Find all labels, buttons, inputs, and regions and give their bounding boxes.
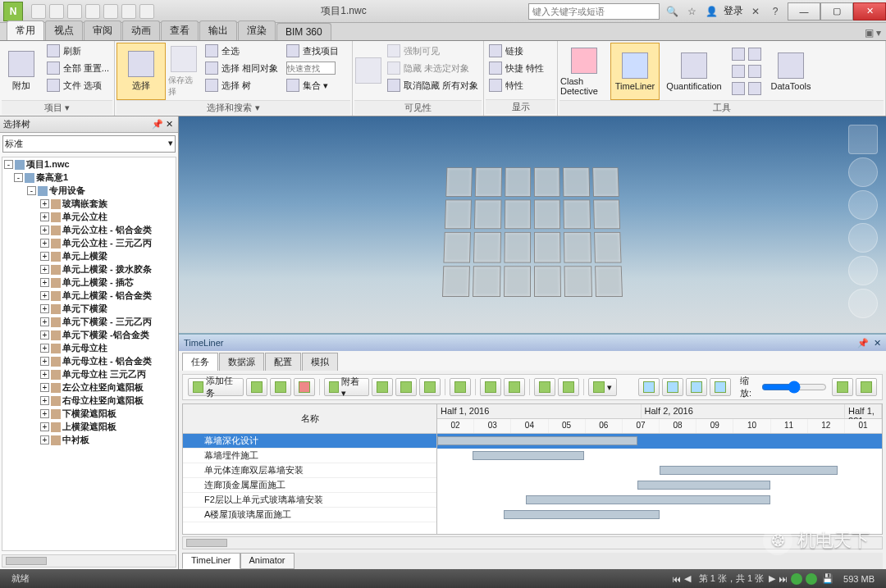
- user-icon[interactable]: 👤: [704, 4, 719, 19]
- select-same-button[interactable]: 选择 相同对象: [202, 60, 281, 76]
- qat-open-icon[interactable]: [49, 4, 64, 19]
- selection-tree-button[interactable]: 选择 树: [202, 77, 281, 93]
- exchange-icon[interactable]: ☆: [684, 4, 699, 19]
- gantt-row[interactable]: [437, 478, 882, 493]
- reset-all-button[interactable]: 全部 重置...: [43, 60, 112, 76]
- tl-btn-8[interactable]: [450, 378, 471, 396]
- ribbon-tab-home[interactable]: 常用: [7, 21, 44, 40]
- unhide-all-button[interactable]: 取消隐藏 所有对象: [384, 77, 482, 93]
- tree-l1[interactable]: -秦高意1: [2, 171, 176, 184]
- tl-export-2[interactable]: [856, 378, 877, 396]
- close-button[interactable]: ✕: [853, 2, 886, 21]
- btab-animator[interactable]: Animator: [240, 553, 295, 569]
- qat-redo-icon[interactable]: [121, 4, 136, 19]
- tree-item[interactable]: +右母立柱竖向遮阳板: [2, 394, 176, 407]
- tl-pin-icon[interactable]: 📌: [857, 338, 869, 349]
- tl-btn-11[interactable]: [534, 378, 555, 396]
- look-icon[interactable]: [848, 289, 878, 318]
- sets-button[interactable]: 集合 ▾: [283, 77, 342, 93]
- tree-item[interactable]: +单元上横梁: [2, 249, 176, 262]
- tl-tab-config[interactable]: 配置: [265, 353, 301, 371]
- zoom-slider[interactable]: [761, 381, 827, 394]
- tl-btn-12[interactable]: [558, 378, 579, 396]
- ribbon-collapse-icon[interactable]: ▣ ▾: [860, 25, 886, 40]
- hide-unselected-button[interactable]: 隐藏 未选定对象: [384, 60, 482, 76]
- tree-item[interactable]: +中衬板: [2, 433, 176, 446]
- gantt-row[interactable]: [437, 463, 882, 478]
- zoom-icon[interactable]: [848, 223, 878, 253]
- 3d-viewport[interactable]: [179, 116, 886, 333]
- ribbon-tab-output[interactable]: 输出: [199, 21, 237, 40]
- tl-tab-tasks[interactable]: 任务: [182, 353, 218, 371]
- task-row[interactable]: F2层以上单元式玻璃幕墙安装: [183, 493, 436, 508]
- nav-prev-icon[interactable]: ◀: [684, 573, 691, 584]
- tl-view-2[interactable]: [662, 378, 683, 396]
- tl-tab-simulate[interactable]: 模拟: [302, 353, 338, 371]
- tl-export-1[interactable]: [832, 378, 853, 396]
- tree-item[interactable]: +玻璃嵌套族: [2, 197, 176, 210]
- tree-item[interactable]: +上横梁遮阳板: [2, 420, 176, 433]
- qat-print-icon[interactable]: [85, 4, 100, 19]
- tree-item[interactable]: +单元下横梁 -铝合金类: [2, 328, 176, 341]
- tl-btn-9[interactable]: [480, 378, 501, 396]
- tree-item[interactable]: +左公立柱竖向遮阳板: [2, 381, 176, 394]
- gantt-row[interactable]: [437, 434, 882, 449]
- ribbon-tab-animation[interactable]: 动画: [122, 21, 160, 40]
- tl-btn-6[interactable]: [395, 378, 417, 396]
- timeliner-button[interactable]: TimeLiner: [610, 43, 660, 100]
- tl-btn-2[interactable]: [270, 378, 291, 396]
- pan-icon[interactable]: [848, 190, 878, 220]
- tree-hscroll[interactable]: [2, 554, 176, 567]
- append-button[interactable]: 附加: [2, 43, 42, 100]
- qat-select-icon[interactable]: [139, 4, 154, 19]
- binoculars-icon[interactable]: 🔍: [664, 4, 679, 19]
- tree-item[interactable]: +单元母立柱: [2, 341, 176, 354]
- tl-view-3[interactable]: [686, 378, 707, 396]
- datatools-button[interactable]: DataTools: [766, 43, 815, 100]
- tl-view-4[interactable]: [710, 378, 731, 396]
- qat-undo-icon[interactable]: [103, 4, 118, 19]
- tl-btn-1[interactable]: [246, 378, 267, 396]
- nav-next-icon[interactable]: ▶: [769, 573, 775, 584]
- tl-btn-7[interactable]: [419, 378, 441, 396]
- tool-small-2[interactable]: [728, 63, 765, 80]
- ribbon-tab-viewpoint[interactable]: 视点: [45, 21, 83, 40]
- hide-button[interactable]: [354, 43, 382, 100]
- nav-last-icon[interactable]: ⏭: [779, 574, 788, 584]
- tree-pin-icon[interactable]: 📌: [152, 119, 163, 130]
- tree-l2[interactable]: -专用设备: [2, 184, 176, 197]
- quick-props-button[interactable]: 快捷 特性: [486, 60, 547, 76]
- select-button[interactable]: 选择: [116, 43, 166, 100]
- find-items-button[interactable]: 查找项目: [283, 43, 342, 59]
- tl-btn-10[interactable]: [504, 378, 525, 396]
- links-button[interactable]: 链接: [486, 43, 547, 59]
- require-visible-button[interactable]: 强制可见: [384, 43, 482, 59]
- tl-btn-cols[interactable]: ▾: [588, 378, 617, 396]
- tree-item[interactable]: +单元上横梁 - 铝合金类: [2, 289, 176, 302]
- viewcube[interactable]: [848, 125, 878, 154]
- task-row[interactable]: 幕墙深化设计: [183, 434, 436, 449]
- tool-small-3[interactable]: [728, 80, 765, 97]
- task-row[interactable]: 单元体连廊双层幕墙安装: [183, 463, 436, 478]
- tree-item[interactable]: +单元母立柱 - 铝合金类: [2, 354, 176, 367]
- tl-close-icon[interactable]: ✕: [874, 338, 881, 349]
- tree-item[interactable]: +单元上横梁 - 拨水胶条: [2, 262, 176, 276]
- task-row[interactable]: 连廊顶金属屋面施工: [183, 478, 436, 493]
- selection-tree[interactable]: -项目1.nwc -秦高意1 -专用设备+玻璃嵌套族+单元公立柱+单元公立柱 -…: [2, 157, 176, 551]
- ribbon-tab-view[interactable]: 查看: [161, 21, 199, 40]
- select-all-button[interactable]: 全选: [202, 43, 281, 59]
- nav-first-icon[interactable]: ⏮: [672, 574, 681, 584]
- tree-item[interactable]: +下横梁遮阳板: [2, 407, 176, 420]
- orbit-icon[interactable]: [848, 256, 878, 285]
- gantt-row[interactable]: [437, 493, 882, 508]
- ribbon-tab-bim360[interactable]: BIM 360: [276, 23, 331, 40]
- tree-item[interactable]: +单元母立柱 三元乙丙: [2, 367, 176, 381]
- tl-btn-5[interactable]: [372, 378, 393, 396]
- clash-detective-button[interactable]: Clash Detective: [559, 43, 609, 100]
- tl-tab-datasources[interactable]: 数据源: [219, 353, 264, 371]
- save-selection-button[interactable]: 保存选择: [167, 43, 200, 100]
- btab-timeliner[interactable]: TimeLiner: [182, 553, 240, 569]
- qat-new-icon[interactable]: [31, 4, 46, 19]
- gantt-area[interactable]: Half 1, 2016 Half 2, 2016 Half 1, 201 02…: [437, 404, 882, 534]
- task-row[interactable]: 幕墙埋件施工: [183, 449, 436, 463]
